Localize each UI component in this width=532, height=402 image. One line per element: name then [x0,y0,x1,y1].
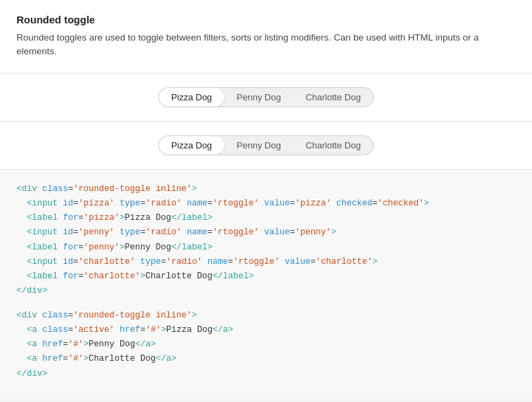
code-line-3: <label for='pizza'>Pizza Dog</label> [16,211,516,225]
code-line-2: <input id='pizza' type='radio' name='rto… [16,197,516,211]
code-line-11: <a href='#'>Penny Dog</a> [16,337,516,352]
code-line-5: <label for='penny'>Penny Dog</label> [16,241,516,255]
section-text: Rounded toggles are used to toggle betwe… [16,31,516,59]
code-line-1: <div class='rounded-toggle inline'> [16,182,516,197]
code-line-12: <a href='#'>Charlotte Dog</a> [16,352,516,366]
code-blank [16,299,516,309]
page-wrapper: Rounded toggle Rounded toggles are used … [0,0,532,394]
anchor-pizza[interactable]: Pizza Dog [159,136,224,155]
code-line-9: <div class='rounded-toggle inline'> [16,309,516,323]
section-title: Rounded toggle [16,14,516,25]
anchor-charlotte[interactable]: Charlotte Dog [293,136,373,155]
label-penny[interactable]: Penny Dog [224,88,293,107]
code-line-8: </div> [16,284,516,298]
demo1-section: Pizza Dog Penny Dog Charlotte Dog [0,74,532,122]
code-line-6: <input id='charlotte' type='radio' name=… [16,255,516,269]
radio-toggle-group: Pizza Dog Penny Dog Charlotte Dog [158,87,374,107]
label-pizza[interactable]: Pizza Dog [159,88,224,107]
code-line-10: <a class='active' href='#'>Pizza Dog</a> [16,323,516,337]
anchor-toggle-group: Pizza Dog Penny Dog Charlotte Dog [158,135,374,155]
description-section: Rounded toggle Rounded toggles are used … [0,0,532,74]
anchor-penny[interactable]: Penny Dog [224,136,293,155]
code-line-13: </div> [16,367,516,381]
label-charlotte[interactable]: Charlotte Dog [293,88,373,107]
code-section: <div class='rounded-toggle inline'> <inp… [0,170,532,394]
code-line-4: <input id='penny' type='radio' name='rto… [16,225,516,240]
demo2-section: Pizza Dog Penny Dog Charlotte Dog [0,122,532,170]
code-line-7: <label for='charlotte'>Charlotte Dog</la… [16,269,516,284]
